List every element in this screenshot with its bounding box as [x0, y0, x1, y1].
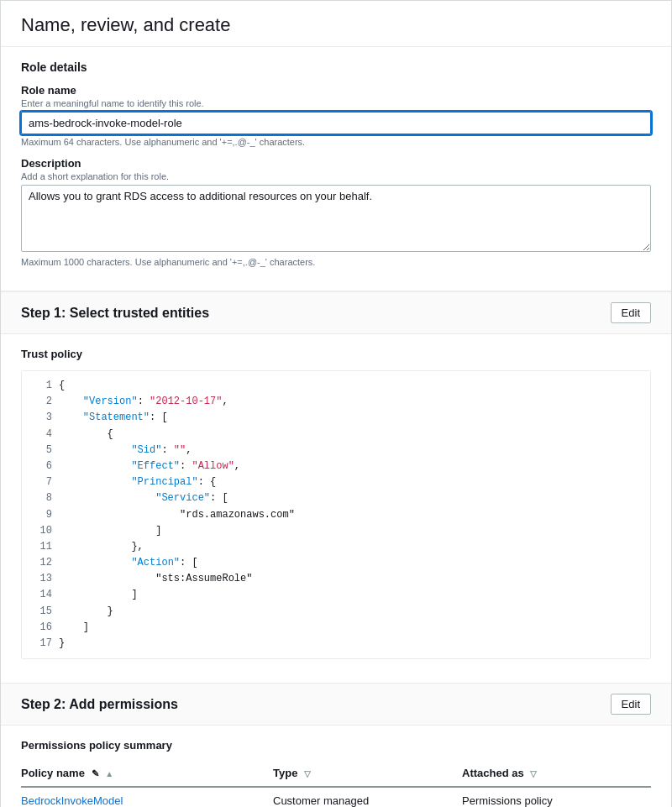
line-number: 2: [32, 394, 52, 410]
col-type-header: Type ▽: [273, 760, 462, 787]
line-number: 8: [32, 490, 52, 506]
step2-edit-button[interactable]: Edit: [611, 694, 651, 715]
trust-policy-text: 1{2 "Version": "2012-10-17",3 "Statement…: [22, 371, 650, 658]
trust-policy-line: 2 "Version": "2012-10-17",: [32, 394, 640, 410]
trust-policy-line: 3 "Statement": [: [32, 410, 640, 426]
description-hint: Add a short explanation for this role.: [21, 171, 651, 181]
line-number: 12: [32, 555, 52, 571]
col-policy-header: Policy name ✎ ▲: [21, 760, 273, 787]
line-number: 11: [32, 539, 52, 555]
role-name-group: Role name Enter a meaningful name to ide…: [21, 84, 651, 147]
col-attached-header: Attached as ▽: [462, 760, 651, 787]
type-cell: Customer managed: [273, 787, 462, 807]
permissions-table: Policy name ✎ ▲ Type ▽ Attached as ▽: [21, 760, 651, 807]
trust-policy-label: Trust policy: [21, 348, 651, 360]
line-number: 14: [32, 587, 52, 603]
line-number: 15: [32, 604, 52, 620]
step2-content: Permissions policy summary Policy name ✎…: [1, 726, 671, 807]
trust-policy-line: 6 "Effect": "Allow",: [32, 459, 640, 474]
line-number: 10: [32, 523, 52, 539]
description-textarea[interactable]: Allows you to grant RDS access to additi…: [21, 185, 651, 252]
line-number: 17: [32, 636, 52, 652]
description-char-limit: Maximum 1000 characters. Use alphanumeri…: [21, 257, 651, 267]
step1-title: Step 1: Select trusted entities: [21, 306, 209, 321]
permissions-summary-title: Permissions policy summary: [21, 739, 651, 752]
description-label: Description: [21, 157, 651, 170]
page-header: Name, review, and create: [1, 1, 671, 47]
trust-policy-line: 13 "sts:AssumeRole": [32, 571, 640, 587]
trust-policy-container: 1{2 "Version": "2012-10-17",3 "Statement…: [21, 370, 651, 659]
role-details-title: Role details: [21, 60, 651, 74]
line-number: 16: [32, 620, 52, 636]
role-name-input[interactable]: [21, 112, 651, 134]
attached-as-cell: Permissions policy: [462, 787, 651, 807]
step1-content: Trust policy 1{2 "Version": "2012-10-17"…: [1, 334, 671, 683]
trust-policy-line: 9 "rds.amazonaws.com": [32, 507, 640, 523]
line-number: 6: [32, 459, 52, 474]
step2-title: Step 2: Add permissions: [21, 697, 178, 712]
line-number: 5: [32, 443, 52, 459]
table-row: BedrockInvokeModel Customer managed Perm…: [21, 787, 651, 807]
step2-header: Step 2: Add permissions Edit: [1, 683, 671, 726]
page-container: Name, review, and create Role details Ro…: [0, 0, 672, 807]
trust-policy-line: 8 "Service": [: [32, 490, 640, 506]
line-number: 7: [32, 474, 52, 490]
line-number: 4: [32, 427, 52, 443]
role-name-label: Role name: [21, 84, 651, 97]
step1-header: Step 1: Select trusted entities Edit: [1, 291, 671, 334]
trust-policy-line: 7 "Principal": {: [32, 474, 640, 490]
trust-policy-line: 12 "Action": [: [32, 555, 640, 571]
edit-link-icon: ✎: [92, 768, 99, 779]
trust-policy-line: 11 },: [32, 539, 640, 555]
trust-policy-line: 10 ]: [32, 523, 640, 539]
line-number: 3: [32, 410, 52, 426]
role-name-hint: Enter a meaningful name to identify this…: [21, 98, 651, 108]
description-group: Description Add a short explanation for …: [21, 157, 651, 267]
trust-policy-line: 1{: [32, 378, 640, 394]
role-name-char-limit: Maximum 64 characters. Use alphanumeric …: [21, 137, 651, 147]
policy-sort-icon[interactable]: ▲: [105, 769, 113, 778]
line-number: 13: [32, 571, 52, 587]
trust-policy-line: 17}: [32, 636, 640, 652]
policy-name-cell: BedrockInvokeModel: [21, 787, 273, 807]
trust-policy-line: 4 {: [32, 427, 640, 443]
trust-policy-line: 15 }: [32, 604, 640, 620]
page-title: Name, review, and create: [21, 14, 651, 36]
trust-policy-line: 16 ]: [32, 620, 640, 636]
trust-policy-line: 5 "Sid": "",: [32, 443, 640, 459]
role-details-section: Role details Role name Enter a meaningfu…: [1, 47, 671, 291]
line-number: 9: [32, 507, 52, 523]
trust-policy-line: 14 ]: [32, 587, 640, 603]
line-number: 1: [32, 378, 52, 394]
step1-edit-button[interactable]: Edit: [611, 302, 651, 323]
attached-sort-icon[interactable]: ▽: [530, 769, 537, 778]
policy-name-link[interactable]: BedrockInvokeModel: [21, 794, 123, 807]
type-sort-icon[interactable]: ▽: [304, 769, 311, 778]
